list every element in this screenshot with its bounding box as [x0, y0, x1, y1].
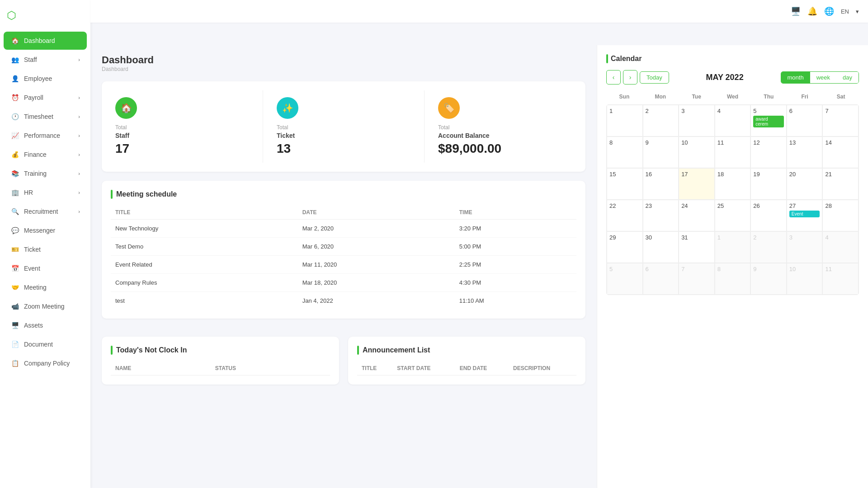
cal-cell[interactable]: 3 [679, 105, 715, 136]
cal-cell[interactable]: 10 [679, 136, 715, 168]
meeting-time: 3:20 PM [455, 220, 576, 238]
sidebar-item-event[interactable]: 📅 Event [4, 259, 87, 277]
cal-view-day-btn[interactable]: day [836, 72, 859, 83]
cal-cell[interactable]: 1 [607, 105, 643, 136]
cal-cell[interactable]: 8 [715, 263, 751, 295]
cal-cell-num: 11 [717, 139, 748, 146]
announcement-table: TITLESTART DATEEND DATEDESCRIPTION [357, 361, 576, 375]
cal-cell[interactable]: 13 [787, 136, 823, 168]
cal-cell[interactable]: 31 [679, 231, 715, 263]
chevron-icon: › [78, 152, 80, 157]
cal-cell[interactable]: 19 [750, 168, 787, 200]
sidebar-item-company-policy[interactable]: 📋 Company Policy [4, 354, 87, 372]
cal-cell[interactable]: 15 [607, 168, 643, 200]
dashboard-icon: 🏠 [10, 36, 19, 45]
cal-cell[interactable]: 25 [715, 200, 751, 231]
meeting-title: New Technology [111, 220, 298, 238]
cal-cell[interactable]: 1 [715, 231, 751, 263]
bell-icon[interactable]: 🔔 [807, 6, 817, 16]
bottom-row: Today's Not Clock In NAMESTATUS Announce… [102, 337, 585, 385]
cal-event[interactable]: award cerem [753, 116, 784, 127]
cal-prev-btn[interactable]: ‹ [606, 70, 621, 84]
sidebar-item-finance[interactable]: 💰 Finance › [4, 145, 87, 164]
cal-cell[interactable]: 16 [643, 168, 679, 200]
cal-cell[interactable]: 6 [643, 263, 679, 295]
sidebar-item-assets[interactable]: 🖥️ Assets [4, 316, 87, 334]
sidebar-label-recruitment: Recruitment [24, 208, 58, 215]
sidebar-item-payroll[interactable]: ⏰ Payroll › [4, 89, 87, 107]
sidebar-item-hr[interactable]: 🏢 HR › [4, 183, 87, 202]
cal-cell[interactable]: 11 [715, 136, 751, 168]
announce-col: TITLE [357, 361, 392, 375]
meeting-row: Event Related Mar 11, 2020 2:25 PM [111, 256, 576, 274]
cal-cell[interactable]: 29 [607, 231, 643, 263]
employee-icon: 👤 [10, 74, 19, 83]
cal-cell[interactable]: 26 [750, 200, 787, 231]
cal-cell[interactable]: 4 [822, 231, 859, 263]
cal-cell-num: 3 [681, 108, 712, 114]
cal-event[interactable]: Event [789, 211, 820, 217]
sidebar-item-employee[interactable]: 👤 Employee [4, 70, 87, 88]
cal-cell[interactable]: 23 [643, 200, 679, 231]
cal-cell[interactable]: 28 [822, 200, 859, 231]
meeting-row: Company Rules Mar 18, 2020 4:30 PM [111, 274, 576, 292]
cal-cell[interactable]: 3 [787, 231, 823, 263]
cal-cell[interactable]: 11 [822, 263, 859, 295]
sidebar-item-timesheet[interactable]: 🕐 Timesheet › [4, 108, 87, 126]
cal-cell[interactable]: 5award cerem [750, 105, 787, 136]
cal-cell-num: 31 [681, 234, 712, 241]
cal-cell[interactable]: 14 [822, 136, 859, 168]
sidebar-label-hr: HR [24, 189, 33, 196]
cal-cell[interactable]: 6 [787, 105, 823, 136]
sidebar-item-staff[interactable]: 👥 Staff › [4, 51, 87, 69]
cal-cell[interactable]: 8 [607, 136, 643, 168]
sidebar-label-staff: Staff [24, 56, 37, 63]
cal-cell-num: 2 [646, 108, 676, 114]
chevron-down-icon[interactable]: ▾ [856, 8, 859, 15]
sidebar-item-performance[interactable]: 📈 Performance › [4, 127, 87, 145]
cal-cell[interactable]: 18 [715, 168, 751, 200]
cal-cell[interactable]: 4 [715, 105, 751, 136]
cal-cell-num: 25 [717, 202, 748, 209]
cal-view-month-btn[interactable]: month [781, 72, 810, 83]
lang-label[interactable]: EN [841, 8, 849, 15]
announce-col: DESCRIPTION [509, 361, 576, 375]
cal-cell[interactable]: 2 [750, 231, 787, 263]
cal-cell[interactable]: 24 [679, 200, 715, 231]
monitor-icon[interactable]: 🖥️ [791, 6, 801, 16]
stat-label-ticket: Total [277, 124, 410, 131]
sidebar-item-messenger[interactable]: 💬 Messenger [4, 221, 87, 239]
sidebar-item-training[interactable]: 📚 Training › [4, 164, 87, 183]
cal-cell[interactable]: 20 [787, 168, 823, 200]
cal-cell[interactable]: 9 [643, 136, 679, 168]
cal-next-btn[interactable]: › [623, 70, 637, 84]
cal-cell-num: 4 [825, 234, 856, 241]
page-header: Dashboard Dashboard [102, 54, 585, 72]
cal-today-btn[interactable]: Today [640, 71, 669, 84]
cal-cell[interactable]: 5 [607, 263, 643, 295]
cal-day-name-thu: Thu [750, 91, 787, 102]
cal-cell[interactable]: 7 [822, 105, 859, 136]
cal-cell[interactable]: 22 [607, 200, 643, 231]
cal-day-name-tue: Tue [679, 91, 715, 102]
cal-cell[interactable]: 7 [679, 263, 715, 295]
sidebar-item-zoom[interactable]: 📹 Zoom Meeting [4, 297, 87, 315]
announce-col: START DATE [392, 361, 455, 375]
cal-cell[interactable]: 17 [679, 168, 715, 200]
cal-view-week-btn[interactable]: week [810, 72, 836, 83]
sidebar-item-recruitment[interactable]: 🔍 Recruitment › [4, 202, 87, 221]
cal-cell[interactable]: 10 [787, 263, 823, 295]
cal-cell[interactable]: 30 [643, 231, 679, 263]
cal-cell[interactable]: 27Event [787, 200, 823, 231]
sidebar-item-meeting[interactable]: 🤝 Meeting [4, 278, 87, 296]
cal-cell[interactable]: 2 [643, 105, 679, 136]
sidebar-item-dashboard[interactable]: 🏠 Dashboard [4, 32, 87, 50]
sidebar-item-document[interactable]: 📄 Document [4, 335, 87, 353]
chevron-icon: › [78, 57, 80, 62]
meeting-table: TITLEDATETIME New Technology Mar 2, 2020… [111, 206, 576, 310]
cal-cell[interactable]: 21 [822, 168, 859, 200]
cal-cell[interactable]: 9 [750, 263, 787, 295]
cal-cell[interactable]: 12 [750, 136, 787, 168]
cal-body: 12345award cerem678910111213141516171819… [606, 104, 859, 295]
sidebar-item-ticket[interactable]: 🎫 Ticket [4, 240, 87, 258]
